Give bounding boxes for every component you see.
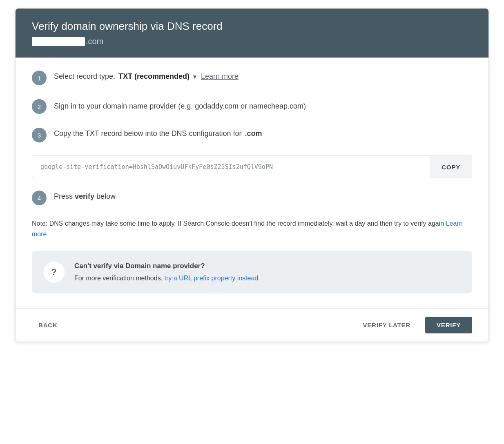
domain-suffix: .com	[86, 37, 103, 46]
dialog-body: 1 Select record type: TXT (recommended) …	[16, 58, 488, 293]
alt-verify-box: ? Can't verify via Domain name provider?…	[32, 251, 472, 293]
note-text: Note: DNS changes may take some time to …	[32, 218, 472, 239]
step-1: 1 Select record type: TXT (recommended) …	[32, 70, 472, 85]
step-2-content: Sign in to your domain name provider (e.…	[54, 98, 306, 112]
back-button[interactable]: BACK	[32, 317, 64, 333]
step-1-label: Select record type:	[54, 72, 115, 81]
step-2: 2 Sign in to your domain name provider (…	[32, 98, 472, 114]
alt-verify-title: Can't verify via Domain name provider?	[74, 260, 258, 271]
record-type-dropdown[interactable]: TXT (recommended) ▼	[118, 72, 198, 81]
step-1-number: 1	[32, 71, 47, 85]
verify-button[interactable]: VERIFY	[425, 317, 472, 333]
alt-verify-text-before: For more verification methods,	[74, 275, 163, 282]
step-2-number: 2	[32, 99, 47, 114]
record-type-value: TXT (recommended)	[118, 72, 190, 81]
step-3-content: Copy the TXT record below into the DNS c…	[54, 127, 262, 138]
alt-verify-content: Can't verify via Domain name provider? F…	[74, 260, 258, 284]
step-4-content: Press verify below	[54, 190, 116, 201]
txt-record-value: google-site-verification=HbshlSaOwOiuvUF…	[32, 156, 430, 178]
dialog-domain: .com	[32, 37, 472, 46]
step-4-number: 4	[32, 191, 47, 205]
step-3-number: 3	[32, 128, 47, 142]
chevron-down-icon: ▼	[192, 73, 198, 80]
dialog-title: Verify domain ownership via DNS record	[32, 20, 472, 33]
step-3-domain: .com	[245, 129, 262, 138]
question-icon-circle: ?	[43, 262, 65, 283]
domain-redacted-part	[32, 37, 85, 46]
step-4-text-before: Press	[54, 192, 75, 200]
question-mark-icon: ?	[51, 267, 56, 278]
step-4-text-after: below	[94, 192, 116, 200]
step-3: 3 Copy the TXT record below into the DNS…	[32, 127, 472, 142]
copy-button[interactable]: COPY	[430, 156, 472, 178]
alt-verify-link[interactable]: try a URL prefix property instead	[165, 275, 259, 282]
footer-right: VERIFY LATER VERIFY	[356, 317, 472, 333]
step-1-learn-more-link[interactable]: Learn more	[201, 72, 239, 81]
dialog-header: Verify domain ownership via DNS record .…	[16, 9, 488, 58]
step-4: 4 Press verify below	[32, 190, 472, 205]
step-4-text-bold: verify	[75, 192, 94, 200]
note-body: Note: DNS changes may take some time to …	[32, 220, 444, 227]
txt-record-box: google-site-verification=HbshlSaOwOiuvUF…	[32, 155, 472, 178]
step-3-text-before: Copy the TXT record below into the DNS c…	[54, 129, 242, 138]
verify-later-button[interactable]: VERIFY LATER	[356, 317, 417, 333]
step-1-content: Select record type: TXT (recommended) ▼ …	[54, 70, 239, 81]
dialog-footer: BACK VERIFY LATER VERIFY	[16, 308, 488, 342]
dialog: Verify domain ownership via DNS record .…	[15, 8, 489, 342]
